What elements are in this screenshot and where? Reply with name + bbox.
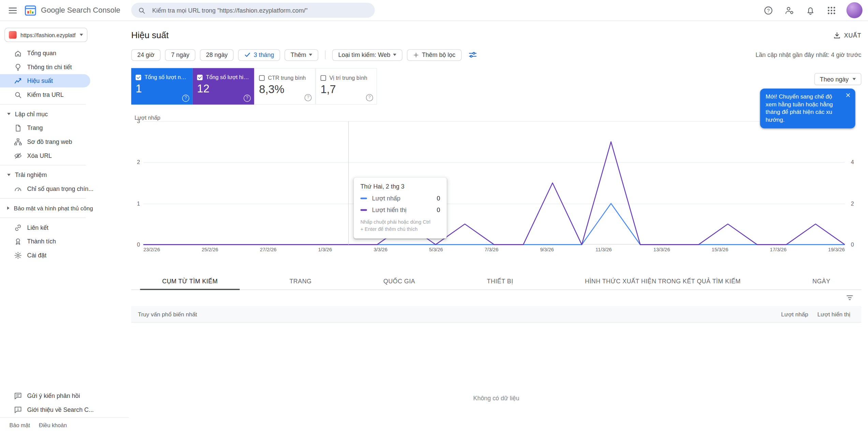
sidebar-section-indexing[interactable]: Lập chỉ mục bbox=[0, 107, 129, 121]
search-console-app: Google Search Console ? https://fas bbox=[0, 0, 868, 433]
x-tick: 13/3/26 bbox=[653, 247, 670, 252]
add-filter-chip[interactable]: Thêm bộ lọc bbox=[407, 49, 461, 61]
y-tick-right: 0 bbox=[851, 241, 854, 248]
search-console-logo-icon bbox=[24, 4, 36, 16]
sidebar-item-pages[interactable]: Trang bbox=[0, 121, 90, 134]
x-tick: 5/3/26 bbox=[429, 247, 443, 252]
chip-label: 28 ngày bbox=[206, 51, 228, 58]
bell-icon bbox=[806, 5, 815, 15]
range-chip-3m-selected[interactable]: 3 tháng bbox=[238, 49, 280, 61]
export-button[interactable]: XUẤT bbox=[833, 32, 861, 40]
card-total-clicks[interactable]: Tổng số lượt nhấp 1 bbox=[131, 68, 193, 105]
tab-search-appearance[interactable]: HÌNH THỨC XUẤT HIỆN TRONG KẾT QUẢ TÌM KI… bbox=[563, 272, 763, 290]
checkbox-checked-icon[interactable] bbox=[136, 74, 141, 80]
sidebar-nav: Tổng quan Thông tin chi tiết Hiệu suất K… bbox=[0, 46, 129, 262]
sidebar-item-url-inspection[interactable]: Kiểm tra URL bbox=[0, 88, 90, 101]
sidebar-item-sitemaps[interactable]: Sơ đồ trang web bbox=[0, 135, 90, 148]
sidebar-item-label: Thành tích bbox=[27, 238, 56, 244]
y-tick-left: 3 bbox=[131, 118, 140, 124]
privacy-link[interactable]: Bảo mật bbox=[10, 422, 30, 428]
filter-settings-button[interactable] bbox=[466, 49, 479, 61]
card-average-position[interactable]: Vị trí trung bình 1,7 bbox=[315, 68, 377, 105]
sidebar-item-label: Hiệu suất bbox=[27, 77, 53, 84]
sidebar-item-core-web-vitals[interactable]: Chỉ số quan trọng chín... bbox=[0, 182, 90, 195]
search-input[interactable] bbox=[151, 6, 368, 14]
card-label: Tổng số lượt hiển ... bbox=[206, 74, 250, 80]
sidebar-item-performance[interactable]: Hiệu suất bbox=[0, 74, 90, 87]
chip-label: Thêm bộ lọc bbox=[422, 51, 455, 58]
x-tick: 19/3/26 bbox=[828, 247, 845, 252]
tab-queries[interactable]: CỤM TỪ TÌM KIẾM bbox=[140, 272, 240, 290]
sidebar-item-overview[interactable]: Tổng quan bbox=[0, 46, 90, 60]
terms-link[interactable]: Điều khoản bbox=[39, 422, 67, 428]
trending-up-icon bbox=[14, 77, 22, 85]
x-tick: 3/3/26 bbox=[373, 247, 387, 252]
sidebar-item-removals[interactable]: Xóa URL bbox=[0, 149, 90, 162]
clicks-series-swatch bbox=[361, 197, 367, 199]
range-chip-7d[interactable]: 7 ngày bbox=[165, 49, 195, 61]
sidebar-item-links[interactable]: Liên kết bbox=[0, 221, 90, 234]
apps-button[interactable] bbox=[822, 1, 841, 19]
checkbox-unchecked-icon[interactable] bbox=[321, 75, 326, 80]
section-title: Trải nghiệm bbox=[15, 171, 47, 178]
chart-plot[interactable]: 3 2 1 0 6 4 2 0 Thứ Hai, 2 thg 3 Lượt nh… bbox=[143, 121, 844, 244]
divider bbox=[0, 104, 86, 105]
granularity-dropdown[interactable]: Theo ngày bbox=[814, 73, 862, 85]
help-icon[interactable] bbox=[182, 95, 189, 102]
card-total-impressions[interactable]: Tổng số lượt hiển ... 12 bbox=[193, 68, 254, 105]
help-icon[interactable] bbox=[305, 94, 312, 101]
divider bbox=[325, 50, 326, 59]
toast-close-button[interactable] bbox=[845, 92, 851, 98]
card-value: 8,3% bbox=[259, 83, 311, 95]
url-inspection-bar[interactable] bbox=[131, 3, 375, 18]
chip-label: 3 tháng bbox=[254, 51, 274, 58]
column-header-impressions[interactable]: Lượt hiển thị bbox=[808, 311, 850, 317]
sidebar-item-label: Sơ đồ trang web bbox=[27, 138, 72, 145]
notifications-button[interactable] bbox=[801, 1, 820, 19]
card-average-ctr[interactable]: CTR trung bình 8,3% bbox=[254, 68, 315, 105]
sidebar-item-about[interactable]: Giới thiệu về Search C... bbox=[0, 403, 90, 416]
hamburger-icon bbox=[8, 5, 18, 15]
export-label: XUẤT bbox=[844, 32, 862, 39]
sidebar-section-experience[interactable]: Trải nghiệm bbox=[0, 168, 129, 181]
range-chip-28d[interactable]: 28 ngày bbox=[200, 49, 234, 61]
app-logo[interactable]: Google Search Console bbox=[24, 4, 120, 16]
checkbox-checked-icon[interactable] bbox=[197, 74, 203, 80]
help-icon: ? bbox=[763, 5, 773, 15]
sidebar-item-label: Giới thiệu về Search C... bbox=[27, 406, 94, 413]
section-title: Bảo mật và hình phạt thủ công bbox=[14, 205, 93, 211]
avatar[interactable] bbox=[847, 2, 863, 18]
sidebar-item-label: Kiểm tra URL bbox=[27, 91, 64, 98]
card-label: CTR trung bình bbox=[268, 75, 306, 81]
property-selector[interactable]: https://fashion.ezyplatf... bbox=[4, 28, 87, 42]
chevron-right-icon bbox=[7, 206, 9, 210]
help-button[interactable]: ? bbox=[759, 1, 778, 19]
tooltip-clicks-value: 0 bbox=[437, 195, 440, 201]
svg-text:?: ? bbox=[767, 8, 770, 13]
tab-countries[interactable]: QUỐC GIA bbox=[361, 272, 437, 290]
column-header-clicks[interactable]: Lượt nhấp bbox=[766, 311, 808, 317]
metric-cards: Tổng số lượt nhấp 1 Tổng số lượt hiển ..… bbox=[131, 68, 862, 105]
sidebar-section-security[interactable]: Bảo mật và hình phạt thủ công bbox=[0, 201, 129, 215]
range-chip-24h[interactable]: 24 giờ bbox=[131, 49, 161, 61]
user-settings-button[interactable] bbox=[780, 1, 799, 19]
y-tick-left: 2 bbox=[131, 159, 140, 165]
column-header-query: Truy vấn phổ biến nhất bbox=[138, 311, 766, 317]
help-icon[interactable] bbox=[244, 95, 251, 102]
sidebar-item-settings[interactable]: Cài đặt bbox=[0, 249, 90, 262]
range-chip-more[interactable]: Thêm bbox=[284, 49, 318, 61]
checkbox-unchecked-icon[interactable] bbox=[259, 75, 265, 80]
sidebar-item-feedback[interactable]: Gửi ý kiến phản hồi bbox=[0, 389, 90, 402]
granularity-label: Theo ngày bbox=[820, 76, 849, 82]
search-type-chip[interactable]: Loại tìm kiếm: Web bbox=[332, 49, 402, 61]
sidebar-item-insights[interactable]: Thông tin chi tiết bbox=[0, 60, 90, 74]
help-icon[interactable] bbox=[366, 94, 373, 101]
card-label: Vị trí trung bình bbox=[329, 75, 367, 81]
table-filter-button[interactable] bbox=[846, 294, 854, 303]
tab-pages[interactable]: TRANG bbox=[267, 272, 334, 290]
tab-dates[interactable]: NGÀY bbox=[790, 272, 852, 290]
menu-button[interactable] bbox=[3, 1, 22, 19]
sidebar-item-achievements[interactable]: Thành tích bbox=[0, 235, 90, 248]
x-tick: 9/3/26 bbox=[540, 247, 554, 252]
tab-devices[interactable]: THIẾT BỊ bbox=[465, 272, 535, 290]
